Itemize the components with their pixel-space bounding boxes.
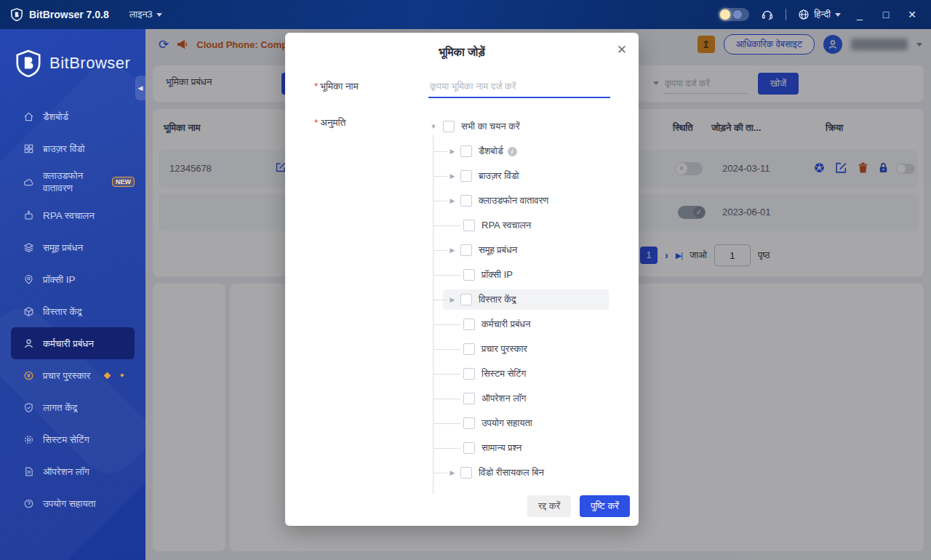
caret-right-icon[interactable]: ▶ bbox=[447, 197, 457, 204]
grid-icon bbox=[23, 143, 34, 154]
map-pin-icon bbox=[23, 273, 34, 285]
checkbox[interactable] bbox=[460, 145, 472, 157]
info-icon: i bbox=[508, 147, 517, 156]
brand-name: BitBrowser bbox=[49, 54, 130, 73]
sidebar-item-employee-management[interactable]: कर्मचारी प्रबंधन bbox=[11, 327, 135, 359]
checkbox[interactable] bbox=[460, 170, 472, 182]
tree-node-browser-windows[interactable]: ▶ ब्राउज़र विंडो bbox=[428, 164, 609, 188]
app-title: BitBrowser 7.0.8 bbox=[29, 9, 109, 20]
checkbox[interactable] bbox=[460, 195, 472, 207]
checkbox[interactable] bbox=[443, 121, 455, 132]
person-icon bbox=[23, 337, 34, 349]
role-name-label: *भूमिका नाम bbox=[314, 81, 359, 92]
sidebar-item-cloud-phone[interactable]: क्लाउडफोन वातावरण NEW bbox=[11, 164, 135, 199]
bitbrowser-logo-icon bbox=[10, 8, 23, 21]
sidebar-item-system-settings[interactable]: सिस्टम सेटिंग bbox=[11, 423, 135, 455]
tree-node-select-all[interactable]: ▼ सभी का चयन करें bbox=[428, 114, 609, 139]
sidebar-item-browser-windows[interactable]: ब्राउज़र विंडो bbox=[11, 132, 135, 164]
sidebar-collapse-handle[interactable]: ◀ bbox=[135, 76, 145, 100]
titlebar: BitBrowser 7.0.8 लाइन3 bbox=[0, 0, 931, 29]
role-name-input[interactable] bbox=[428, 75, 610, 98]
tree-node-promotion-rewards[interactable]: प्रचार पुरस्कार bbox=[428, 337, 609, 361]
app-window: BitBrowser 7.0.8 लाइन3 bbox=[0, 0, 931, 560]
sidebar-item-operation-log[interactable]: ऑपरेशन लॉग bbox=[11, 455, 135, 487]
tree-node-proxy-ip[interactable]: प्रॉक्सी IP bbox=[428, 263, 609, 287]
tree-node-extension-center[interactable]: ▶ विस्तार केंद्र bbox=[428, 287, 609, 312]
line-selector-dropdown[interactable]: लाइन3 bbox=[129, 9, 162, 20]
theme-toggle[interactable] bbox=[719, 8, 749, 21]
sidebar-item-cost-center[interactable]: लागत केंद्र bbox=[11, 391, 135, 423]
tree-node-window-recycle-bin[interactable]: ▶ विंडो रीसायकल बिन bbox=[428, 460, 609, 485]
checkbox[interactable] bbox=[460, 294, 472, 305]
layers-icon bbox=[23, 241, 34, 253]
checkbox[interactable] bbox=[463, 343, 475, 355]
tree-node-usage-help[interactable]: उपयोग सहायता bbox=[428, 411, 609, 436]
chevron-down-icon bbox=[835, 13, 841, 17]
bitbrowser-shield-icon bbox=[15, 49, 42, 77]
checkbox[interactable] bbox=[460, 467, 472, 479]
checkbox[interactable] bbox=[463, 269, 475, 281]
caret-right-icon[interactable]: ▶ bbox=[447, 148, 457, 155]
cancel-button[interactable]: रद्द करें bbox=[527, 495, 571, 517]
checkbox[interactable] bbox=[460, 244, 472, 256]
confirm-button[interactable]: पुष्टि करें bbox=[580, 495, 630, 517]
close-icon[interactable]: ✕ bbox=[617, 42, 627, 57]
cloud-icon bbox=[23, 176, 34, 188]
caret-right-icon[interactable]: ▶ bbox=[447, 296, 457, 303]
sidebar: BitBrowser ◀ डैशबोर्ड ब्राउज़र विंडो क्ल… bbox=[0, 29, 145, 560]
sidebar-nav: डैशबोर्ड ब्राउज़र विंडो क्लाउडफोन वातावर… bbox=[0, 100, 145, 519]
question-circle-icon bbox=[23, 497, 34, 509]
close-window-button[interactable]: ✕ bbox=[905, 9, 919, 20]
chevron-down-icon bbox=[156, 13, 162, 17]
checkbox[interactable] bbox=[463, 393, 475, 404]
tree-node-faq[interactable]: सामान्य प्रश्न bbox=[428, 436, 609, 460]
tree-node-group-management[interactable]: ▶ समूह प्रबंधन bbox=[428, 238, 609, 263]
sidebar-item-group-management[interactable]: समूह प्रबंधन bbox=[11, 231, 135, 263]
home-icon bbox=[23, 111, 34, 122]
sidebar-brand: BitBrowser bbox=[15, 49, 130, 77]
tree-node-system-settings[interactable]: सिस्टम सेटिंग bbox=[428, 361, 609, 386]
sidebar-item-promotion-rewards[interactable]: प्रचार पुरस्कार bbox=[11, 359, 135, 391]
new-badge: NEW bbox=[112, 177, 135, 187]
sidebar-item-rpa[interactable]: RPA स्वचालन bbox=[11, 199, 135, 231]
add-role-dialog: भूमिका जोड़ें ✕ *भूमिका नाम *अनुमति ▼ सभ… bbox=[285, 33, 639, 526]
tree-node-dashboard[interactable]: ▶ डैशबोर्ड i bbox=[428, 139, 609, 164]
checkbox[interactable] bbox=[463, 220, 475, 231]
sidebar-item-proxy-ip[interactable]: प्रॉक्सी IP bbox=[11, 263, 135, 295]
checkbox[interactable] bbox=[463, 417, 475, 429]
globe-icon bbox=[798, 9, 810, 20]
robot-icon bbox=[23, 209, 34, 221]
cube-icon bbox=[23, 305, 34, 317]
tree-node-operation-log[interactable]: ऑपरेशन लॉग bbox=[428, 386, 609, 411]
checkbox[interactable] bbox=[463, 442, 475, 454]
checkbox[interactable] bbox=[463, 319, 475, 330]
document-icon bbox=[23, 465, 34, 477]
sun-icon bbox=[720, 9, 730, 20]
caret-down-icon[interactable]: ▼ bbox=[428, 123, 439, 130]
sidebar-item-usage-help[interactable]: उपयोग सहायता bbox=[11, 487, 135, 519]
support-headset-icon[interactable] bbox=[761, 8, 774, 21]
sidebar-item-dashboard[interactable]: डैशबोर्ड bbox=[11, 100, 135, 132]
sidebar-item-extension-center[interactable]: विस्तार केंद्र bbox=[11, 295, 135, 327]
sparkle-icon bbox=[104, 372, 111, 379]
permission-label: *अनुमति bbox=[314, 117, 345, 129]
titlebar-divider bbox=[786, 9, 786, 20]
tree-node-rpa[interactable]: RPA स्वचालन bbox=[428, 213, 609, 238]
caret-right-icon[interactable]: ▶ bbox=[447, 469, 457, 476]
language-selector[interactable]: हिन्दी bbox=[798, 9, 841, 20]
dialog-title: भूमिका जोड़ें bbox=[285, 46, 639, 59]
tree-node-employee-management[interactable]: कर्मचारी प्रबंधन bbox=[428, 312, 609, 337]
tree-node-cloud-phone[interactable]: ▶ क्लाउडफोन वातावरण bbox=[428, 188, 609, 213]
caret-right-icon[interactable]: ▶ bbox=[447, 247, 457, 254]
minimize-button[interactable]: _ bbox=[852, 9, 867, 20]
gear-icon bbox=[23, 433, 34, 445]
checkbox[interactable] bbox=[463, 368, 475, 380]
shield-icon bbox=[23, 401, 34, 413]
caret-right-icon[interactable]: ▶ bbox=[447, 172, 457, 180]
maximize-button[interactable]: □ bbox=[879, 9, 893, 20]
sparkle-icon bbox=[121, 373, 125, 377]
reward-coin-icon bbox=[23, 369, 34, 381]
